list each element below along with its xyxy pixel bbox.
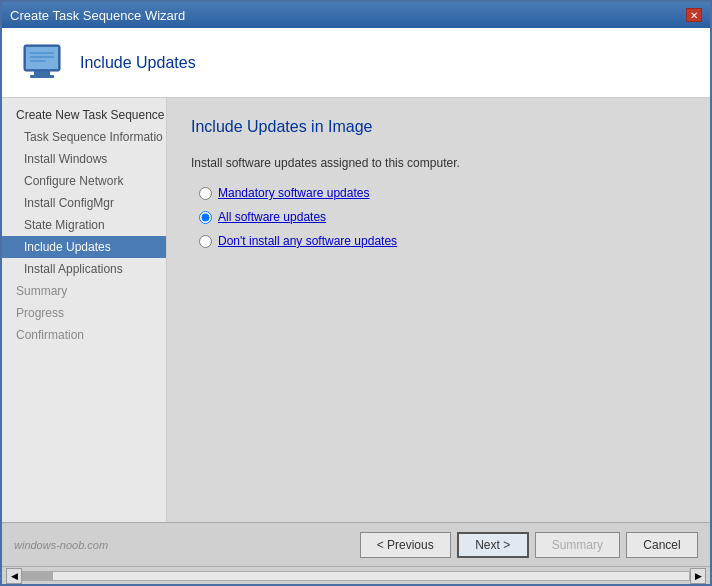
title-bar-left: Create Task Sequence Wizard [10, 8, 185, 23]
radio-item-all: All software updates [199, 210, 686, 224]
main-title: Include Updates in Image [191, 118, 686, 136]
sidebar-item-create-new[interactable]: Create New Task Sequence [2, 104, 166, 126]
description-text: Install software updates assigned to thi… [191, 156, 686, 170]
radio-item-none: Don't install any software updates [199, 234, 686, 248]
main-content: Include Updates in Image Install softwar… [167, 98, 710, 522]
radio-input-all[interactable] [199, 211, 212, 224]
watermark: windows-noob.com [14, 539, 108, 551]
sidebar-item-task-sequence-info[interactable]: Task Sequence Informatio [2, 126, 166, 148]
wizard-window: Create Task Sequence Wizard ✕ Include Up… [0, 0, 712, 586]
svg-rect-2 [34, 71, 50, 75]
footer: windows-noob.com < PreviousNext >Summary… [2, 522, 710, 566]
radio-input-mandatory[interactable] [199, 187, 212, 200]
radio-group: Mandatory software updatesAll software u… [199, 186, 686, 248]
radio-label-all[interactable]: All software updates [218, 210, 326, 224]
footer-buttons: < PreviousNext >SummaryCancel [360, 532, 698, 558]
close-button[interactable]: ✕ [686, 8, 702, 22]
radio-item-mandatory: Mandatory software updates [199, 186, 686, 200]
sidebar-item-state-migration[interactable]: State Migration [2, 214, 166, 236]
title-bar: Create Task Sequence Wizard ✕ [2, 2, 710, 28]
summary-button: Summary [535, 532, 620, 558]
header-title: Include Updates [80, 54, 196, 72]
sidebar: Create New Task SequenceTask Sequence In… [2, 98, 167, 522]
cancel-button[interactable]: Cancel [626, 532, 698, 558]
sidebar-item-summary[interactable]: Summary [2, 280, 166, 302]
scroll-right-arrow[interactable]: ▶ [690, 568, 706, 584]
sidebar-item-install-windows[interactable]: Install Windows [2, 148, 166, 170]
next-button[interactable]: Next > [457, 532, 529, 558]
scrollbar-area: ◀ ▶ [2, 566, 710, 584]
content-area: Create New Task SequenceTask Sequence In… [2, 98, 710, 522]
window-title: Create Task Sequence Wizard [10, 8, 185, 23]
svg-rect-3 [30, 75, 54, 78]
scroll-track[interactable] [22, 571, 690, 581]
radio-label-none[interactable]: Don't install any software updates [218, 234, 397, 248]
sidebar-item-install-configmgr[interactable]: Install ConfigMgr [2, 192, 166, 214]
header-area: Include Updates [2, 28, 710, 98]
sidebar-item-progress[interactable]: Progress [2, 302, 166, 324]
sidebar-item-include-updates[interactable]: Include Updates [2, 236, 166, 258]
svg-rect-1 [26, 47, 58, 69]
wizard-header-icon [18, 39, 66, 87]
scroll-left-arrow[interactable]: ◀ [6, 568, 22, 584]
sidebar-item-confirmation[interactable]: Confirmation [2, 324, 166, 346]
scroll-thumb [23, 572, 53, 580]
sidebar-item-configure-network[interactable]: Configure Network [2, 170, 166, 192]
radio-input-none[interactable] [199, 235, 212, 248]
previous-button[interactable]: < Previous [360, 532, 451, 558]
sidebar-item-install-applications[interactable]: Install Applications [2, 258, 166, 280]
radio-label-mandatory[interactable]: Mandatory software updates [218, 186, 369, 200]
